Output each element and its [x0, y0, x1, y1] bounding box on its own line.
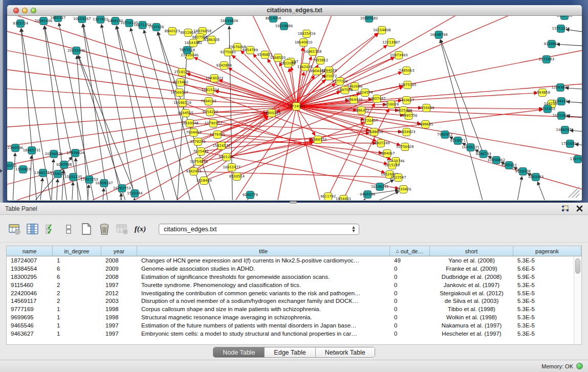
- table-settings-icon[interactable]: [7, 222, 23, 236]
- table-cell[interactable]: 19384554: [7, 266, 53, 272]
- table-cell[interactable]: 2003: [101, 298, 137, 304]
- graph-node[interactable]: 7485063: [399, 67, 414, 75]
- graph-node[interactable]: 17016504: [561, 140, 579, 148]
- table-row[interactable]: 1456911722003Disruption of a novel membe…: [7, 297, 581, 305]
- table-row[interactable]: 946362711997Embryonic stem cells: a mode…: [7, 330, 581, 338]
- table-cell[interactable]: 5.3E-5: [513, 314, 581, 320]
- table-cell[interactable]: Nakamura et al. (1997): [430, 322, 513, 329]
- splitter-handle[interactable]: [290, 201, 297, 204]
- table-cell[interactable]: Embryonic stem cells: a model to study s…: [137, 331, 390, 337]
- table-cell[interactable]: Tibbo et al. (1998): [430, 306, 513, 312]
- column-visibility-icon[interactable]: [25, 222, 40, 236]
- table-cell[interactable]: 1997: [101, 282, 137, 288]
- table-scrollbar-thumb[interactable]: [575, 258, 580, 274]
- table-cell[interactable]: Structural magnetic resonance image aver…: [137, 314, 390, 320]
- graph-node[interactable]: 16912477: [223, 164, 241, 171]
- graph-node[interactable]: 1167533: [570, 156, 582, 163]
- tab-node-table[interactable]: Node Table: [213, 347, 265, 357]
- graph-node[interactable]: 1279301: [210, 131, 225, 139]
- window-resize-grip-icon[interactable]: [567, 185, 580, 198]
- graph-node[interactable]: 9129966: [544, 40, 559, 48]
- graph-node[interactable]: 16136141: [371, 183, 389, 191]
- table-cell[interactable]: 1: [53, 257, 101, 264]
- graph-node[interactable]: 1854401: [336, 195, 351, 201]
- table-cell[interactable]: 0: [390, 314, 430, 320]
- column-header-title[interactable]: title: [137, 246, 390, 256]
- select-all-icon[interactable]: [43, 222, 58, 236]
- table-cell[interactable]: 5.5E-5: [513, 290, 581, 296]
- table-cell[interactable]: Stergiakouli et al. (2012): [430, 290, 513, 296]
- collapsed-control-panel-strip[interactable]: [0, 0, 3, 203]
- graph-node[interactable]: 16210643: [553, 112, 571, 120]
- close-panel-icon[interactable]: [576, 205, 583, 212]
- graph-node[interactable]: 1532344: [127, 190, 142, 198]
- graph-node[interactable]: 15051135: [64, 173, 82, 181]
- graph-node[interactable]: 16033809: [220, 17, 238, 25]
- table-row[interactable]: 1872400712008Changes of HCN gene express…: [7, 256, 581, 265]
- graph-node[interactable]: 2160596: [8, 144, 23, 152]
- table-cell[interactable]: 5.3E-5: [513, 322, 581, 329]
- table-cell[interactable]: 49: [390, 257, 430, 264]
- graph-node[interactable]: 3624574: [357, 89, 373, 97]
- table-cell[interactable]: Tourette syndrome. Phenomenology and cla…: [137, 282, 390, 288]
- graph-node[interactable]: 2273343: [539, 56, 554, 63]
- column-header-out-degree[interactable]: △out_de…: [390, 246, 430, 256]
- column-header-in-degree[interactable]: in_degree: [53, 246, 101, 256]
- table-cell[interactable]: 0: [390, 331, 430, 337]
- memory-status-indicator[interactable]: [576, 363, 583, 369]
- table-cell[interactable]: 9465546: [7, 322, 53, 329]
- graph-node[interactable]: 9611792: [320, 193, 336, 201]
- table-cell[interactable]: Estimation of significance thresholds fo…: [137, 274, 390, 280]
- graph-node[interactable]: 7625442: [193, 148, 209, 156]
- table-selector-combo[interactable]: citations_edges.txt ▲▼: [159, 224, 359, 235]
- graph-node[interactable]: 10790357: [204, 120, 222, 127]
- table-cell[interactable]: 0: [390, 274, 430, 280]
- table-cell[interactable]: 2008: [101, 257, 137, 264]
- table-cell[interactable]: 1998: [101, 314, 137, 320]
- table-cell[interactable]: 5.9E-5: [513, 274, 581, 280]
- graph-node[interactable]: 1593858: [535, 89, 550, 97]
- column-header-pagerank[interactable]: pagerank: [513, 246, 581, 256]
- graph-node[interactable]: 1112753: [557, 16, 572, 20]
- graph-node[interactable]: 15824530: [212, 142, 230, 150]
- graph-node[interactable]: 7986372: [354, 107, 369, 115]
- table-cell[interactable]: 9463627: [7, 331, 53, 337]
- table-cell[interactable]: 1998: [101, 306, 137, 312]
- row-height-icon[interactable]: [61, 222, 76, 236]
- table-cell[interactable]: 0: [390, 266, 430, 272]
- table-cell[interactable]: 6: [53, 274, 101, 280]
- table-cell[interactable]: 1997: [101, 322, 137, 329]
- network-window-titlebar[interactable]: citations_edges.txt: [7, 5, 582, 16]
- table-row[interactable]: 1938455462009Genome-wide association stu…: [7, 265, 581, 273]
- graph-node[interactable]: 1154409: [419, 104, 434, 112]
- network-graph[interactable]: 1872400718325419186409101696175879558121…: [7, 16, 582, 200]
- graph-node[interactable]: 12093832: [552, 84, 570, 92]
- table-cell[interactable]: 1: [53, 306, 101, 312]
- table-cell[interactable]: 5.6E-5: [513, 266, 581, 272]
- expand-panel-arrow-icon[interactable]: [0, 169, 3, 173]
- table-cell[interactable]: 18724007: [7, 257, 53, 264]
- table-row[interactable]: 946554611997Estimation of the future num…: [7, 321, 581, 330]
- tab-edge-table[interactable]: Edge Table: [265, 347, 315, 357]
- network-canvas[interactable]: 1872400718325419186409101696175879558121…: [7, 16, 582, 200]
- table-row[interactable]: 2242004622012Investigating the contribut…: [7, 289, 581, 297]
- table-cell[interactable]: 2009: [101, 266, 137, 272]
- table-cell[interactable]: Wolkin et al. (1998): [430, 314, 513, 320]
- table-cell[interactable]: 0: [390, 282, 430, 288]
- table-row[interactable]: 969969511998Structural magnetic resonanc…: [7, 313, 581, 321]
- graph-node[interactable]: 1865327: [50, 16, 66, 22]
- graph-node[interactable]: 9465546: [360, 191, 375, 199]
- graph-node[interactable]: 16154808: [373, 27, 391, 34]
- function-builder-icon[interactable]: f(x): [133, 222, 148, 236]
- graph-node[interactable]: 16815234: [201, 86, 219, 94]
- graph-node[interactable]: 19654923: [398, 128, 416, 136]
- table-cell[interactable]: 2: [53, 290, 101, 296]
- column-header-year[interactable]: year: [101, 246, 137, 256]
- table-cell[interactable]: Yano et al. (2008): [430, 257, 513, 264]
- graph-node[interactable]: 16782753: [113, 185, 131, 192]
- graph-node[interactable]: 20387682: [360, 16, 378, 23]
- graph-node[interactable]: 18465731: [23, 147, 41, 155]
- graph-node[interactable]: 10653267: [73, 16, 91, 23]
- graph-node[interactable]: 2718120: [174, 69, 189, 76]
- graph-node[interactable]: 9242848: [216, 62, 232, 70]
